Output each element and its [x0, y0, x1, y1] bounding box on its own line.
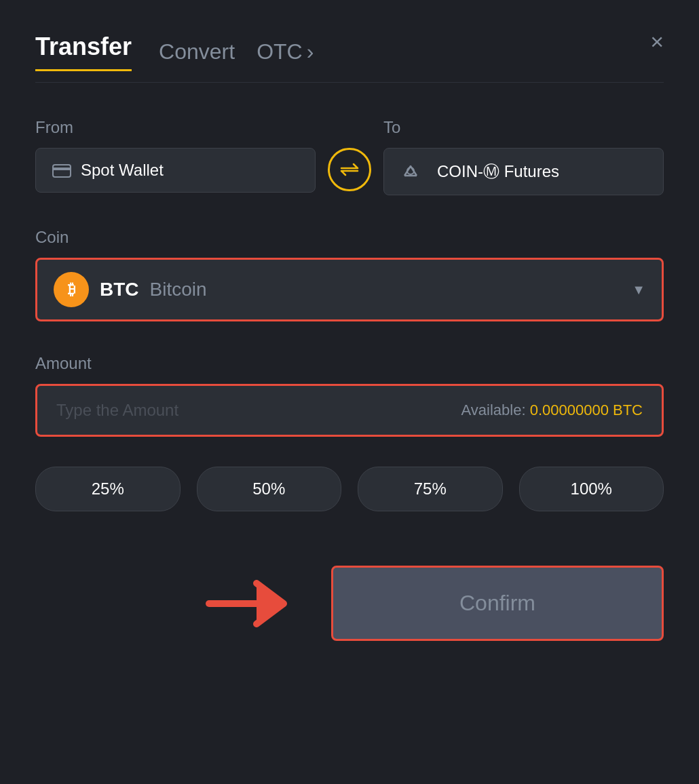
coin-symbol: BTC [100, 279, 139, 300]
to-label: To [383, 118, 664, 137]
pct-100-button[interactable]: 100% [519, 467, 664, 511]
pct-75-button[interactable]: 75% [358, 467, 503, 511]
from-to-section: From Spot Wallet [35, 118, 664, 195]
from-column: From Spot Wallet [35, 118, 316, 193]
coin-section: Coin ₿ BTC Bitcoin ▼ [35, 228, 664, 321]
card-icon [52, 163, 71, 178]
to-column: To COIN-Ⓜ Futures [383, 118, 664, 195]
pct-25-button[interactable]: 25% [35, 467, 181, 511]
btc-icon: ₿ [54, 272, 89, 307]
modal-header: Transfer Convert OTC › × [35, 33, 664, 71]
to-wallet-name: COIN-Ⓜ Futures [437, 161, 559, 182]
from-wallet-select[interactable]: Spot Wallet [35, 148, 316, 193]
from-label: From [35, 118, 316, 137]
amount-input-wrapper: Type the Amount Available: 0.00000000 BT… [35, 384, 664, 437]
confirm-button[interactable]: Confirm [331, 566, 664, 641]
svg-rect-1 [53, 168, 71, 170]
futures-icon [400, 162, 421, 181]
coin-select-dropdown[interactable]: ₿ BTC Bitcoin ▼ [35, 258, 664, 321]
coin-full-name: Bitcoin [150, 279, 207, 300]
chevron-down-icon: ▼ [632, 282, 645, 298]
available-text: Available: 0.00000000 BTC [461, 401, 643, 419]
header-divider [35, 82, 664, 83]
tab-convert[interactable]: Convert [159, 39, 235, 64]
svg-rect-0 [53, 165, 71, 177]
chevron-right-icon: › [307, 39, 314, 64]
available-amount: 0.00000000 BTC [530, 401, 643, 418]
amount-label: Amount [35, 354, 664, 373]
confirm-section: Confirm [35, 566, 664, 641]
from-wallet-name: Spot Wallet [81, 161, 164, 180]
percentage-buttons: 25% 50% 75% 100% [35, 467, 664, 511]
amount-placeholder[interactable]: Type the Amount [56, 401, 178, 420]
pct-50-button[interactable]: 50% [197, 467, 342, 511]
coin-label: Coin [35, 228, 664, 247]
close-button[interactable]: × [650, 30, 664, 53]
arrow-indicator [195, 566, 304, 641]
tab-otc[interactable]: OTC › [257, 39, 314, 64]
transfer-modal: Transfer Convert OTC › × From Spot Wall [0, 0, 699, 784]
tab-transfer[interactable]: Transfer [35, 33, 132, 71]
amount-section: Amount Type the Amount Available: 0.0000… [35, 354, 664, 437]
swap-button[interactable] [328, 148, 371, 191]
to-wallet-select[interactable]: COIN-Ⓜ Futures [383, 148, 664, 195]
swap-wrapper [316, 118, 383, 191]
